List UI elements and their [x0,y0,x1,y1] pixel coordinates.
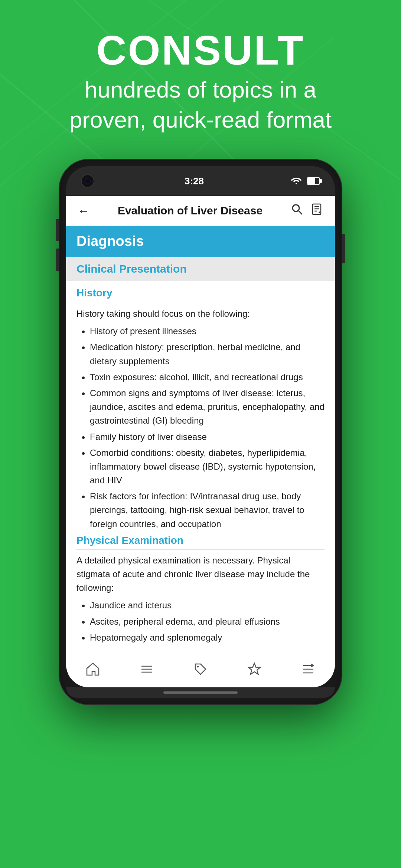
physical-exam-subtitle: Physical Examination [76,535,325,550]
front-camera [81,174,94,188]
list-item: Toxin exposures: alcohol, illicit, and r… [90,370,325,384]
phone-frame: 3:28 ← Evaluation of Liver Dise [59,160,342,704]
status-bar: 3:28 [66,166,335,196]
diagnosis-header: Diagnosis [66,226,335,257]
list-item: Hepatomegaly and splenomegaly [90,631,325,644]
wifi-icon [290,175,302,187]
volume-up-button [56,219,59,241]
app-bar: ← Evaluation of Liver Disease [66,196,335,226]
tag-nav-icon[interactable] [192,661,209,681]
svg-point-7 [293,205,299,211]
phone-screen: ← Evaluation of Liver Disease [66,196,335,687]
back-button[interactable]: ← [77,204,90,218]
app-bar-title: Evaluation of Liver Disease [97,204,283,217]
power-button [342,234,345,263]
menu-list-nav-icon[interactable] [300,661,316,681]
physical-exam-intro-text: A detailed physical examination is neces… [76,553,325,595]
header-section: CONSULT hundreds of topics in a proven, … [0,30,401,135]
history-intro-text: History taking should focus on the follo… [76,307,325,320]
battery-icon [307,177,320,185]
list-item: Jaundice and icterus [90,598,325,612]
bottom-navigation [66,654,335,687]
list-nav-icon[interactable] [138,661,155,681]
svg-point-6 [296,183,297,184]
svg-line-8 [299,211,302,214]
star-nav-icon[interactable] [246,661,263,681]
list-item: Risk factors for infection: IV/intranasa… [90,489,325,531]
search-icon[interactable] [290,203,304,219]
list-item: Ascites, peripheral edema, and pleural e… [90,615,325,628]
diagnosis-title: Diagnosis [76,233,144,249]
clinical-presentation-header: Clinical Presentation [66,257,335,281]
consult-title: CONSULT [0,30,401,71]
history-bullet-list: History of present illnesses Medication … [76,324,325,531]
consult-subtitle: hundreds of topics in a proven, quick-re… [0,75,401,135]
list-item: Comorbid conditions: obesity, diabetes, … [90,446,325,487]
svg-marker-17 [248,663,260,674]
physical-exam-bullet-list: Jaundice and icterus Ascites, peripheral… [76,598,325,644]
clinical-presentation-title: Clinical Presentation [76,263,187,275]
home-bar [163,691,238,694]
content-area: History History taking should focus on t… [66,281,335,654]
volume-down-button [56,249,59,271]
home-nav-icon[interactable] [85,661,101,681]
history-subtitle: History [76,287,325,302]
list-item: Medication history: prescription, herbal… [90,340,325,368]
app-bar-action-icons [290,203,324,219]
home-indicator [66,687,335,698]
svg-point-16 [197,665,199,667]
list-item: Common signs and symptoms of liver disea… [90,386,325,428]
status-time: 3:28 [185,175,204,187]
phone-mockup: 3:28 ← Evaluation of Liver Dise [59,160,342,704]
list-item: History of present illnesses [90,324,325,338]
notes-icon[interactable] [310,203,324,219]
list-item: Family history of liver disease [90,430,325,444]
status-icons [290,175,320,187]
